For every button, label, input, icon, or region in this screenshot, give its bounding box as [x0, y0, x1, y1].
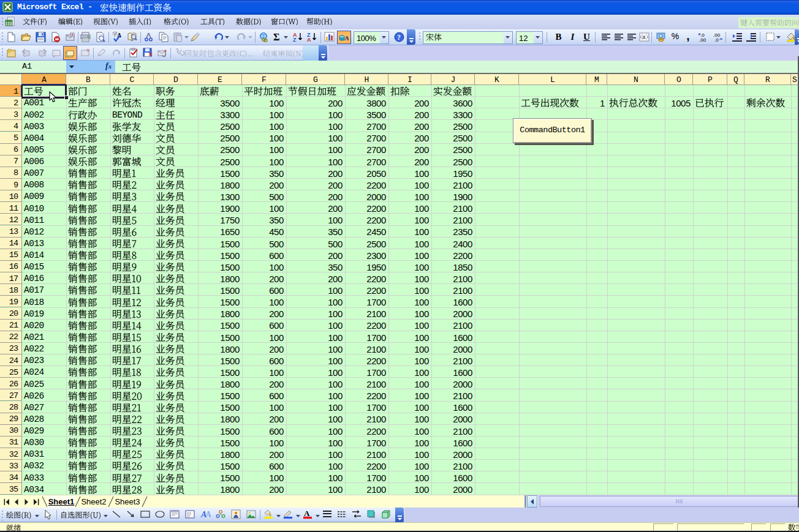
svg-text:Z: Z — [293, 37, 297, 42]
svg-text:.0: .0 — [714, 37, 719, 42]
svg-text:A: A — [307, 37, 311, 42]
svg-text:A: A — [205, 510, 211, 519]
svg-text:Σ: Σ — [273, 32, 279, 42]
svg-text:a: a — [643, 34, 646, 40]
svg-text:?: ? — [397, 33, 401, 42]
svg-text:.00: .00 — [699, 37, 706, 42]
svg-text:A: A — [304, 509, 310, 518]
svg-text:A: A — [344, 34, 349, 42]
